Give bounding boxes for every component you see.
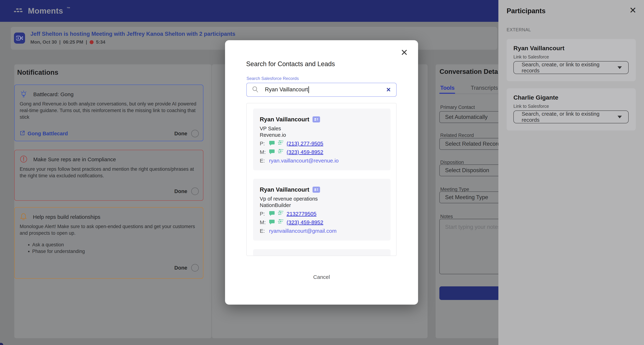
phone-link[interactable]: (213) 277-9505 xyxy=(286,140,323,147)
contact-name: Ryan Vaillancourt xyxy=(260,116,309,123)
meeting-title-link[interactable]: Jeff Shelton is hosting Meeting with Jef… xyxy=(30,31,235,37)
notification-title: Battlecard: Gong xyxy=(33,91,74,97)
contact-badge-icon xyxy=(312,187,320,193)
separator: | xyxy=(86,39,87,45)
contact-badge-icon xyxy=(312,116,320,122)
meeting-duration: 5:34 xyxy=(96,39,105,45)
participants-drawer: Participants ✕ EXTERNAL Ryan Vaillancour… xyxy=(498,0,644,345)
cancel-button[interactable]: Cancel xyxy=(225,274,418,280)
sms-icon[interactable] xyxy=(269,211,275,217)
link-record-dropdown[interactable]: Search, create, or link to existing reco… xyxy=(514,61,628,74)
done-label: Done xyxy=(174,131,188,137)
text-cursor xyxy=(308,86,309,93)
email-label: E: xyxy=(260,158,266,164)
bell-icon xyxy=(20,213,27,222)
logo-trademark: ™ xyxy=(67,6,70,10)
notifications-panel: Notifications Battlecard: Gong Gong and … xyxy=(14,64,212,338)
notification-body-text: Monologue Alert! Make sure to ask open-e… xyxy=(20,224,195,236)
contact-result-card[interactable]: Ryan Vaillancourt Vp of revenue operatio… xyxy=(253,179,390,241)
contact-role: Vp of revenue operations xyxy=(260,196,318,202)
done-label: Done xyxy=(174,188,188,194)
link-label: Gong Battlecard xyxy=(28,131,68,137)
dialpad-icon[interactable] xyxy=(278,149,284,155)
notification-body: Gong and Revenue.io both analyze convers… xyxy=(20,101,198,120)
related-record-label: Related Record xyxy=(440,133,474,138)
clear-icon: ✕ xyxy=(386,86,391,93)
mobile-link[interactable]: (323) 459-8952 xyxy=(286,149,323,155)
external-section-label: EXTERNAL xyxy=(506,27,531,32)
lightbulb-icon xyxy=(20,90,28,99)
phone-label: P: xyxy=(260,211,266,217)
notes-label: Notes xyxy=(440,214,453,219)
done-label: Done xyxy=(174,265,188,271)
dropdown-placeholder: Search, create, or link to existing reco… xyxy=(522,111,618,123)
dialpad-icon[interactable] xyxy=(278,211,284,217)
tab-transcripts[interactable]: Transcripts xyxy=(471,85,498,91)
bullet-item: Ask a question xyxy=(32,242,198,248)
participant-card: Ryan Vaillancourt Link to Salesforce Sea… xyxy=(506,39,636,81)
done-toggle[interactable] xyxy=(191,188,199,195)
contact-company: Revenue.io xyxy=(260,132,286,138)
mobile-label: M: xyxy=(260,219,266,225)
alert-icon xyxy=(20,155,28,164)
phone-link[interactable]: 2132779505 xyxy=(286,211,316,217)
notification-body: Monologue Alert! Make sure to ask open-e… xyxy=(20,223,198,255)
contact-role: VP Sales xyxy=(260,125,286,132)
participants-title: Participants xyxy=(506,7,546,15)
contact-result-card-partial[interactable] xyxy=(253,249,390,256)
sms-icon[interactable] xyxy=(269,149,275,155)
search-input[interactable]: Ryan Vaillancourt ✕ xyxy=(246,83,396,97)
contact-company: NationBuilder xyxy=(260,202,318,208)
notification-bullets: Ask a question Phase for understanding xyxy=(20,242,198,255)
mobile-link[interactable]: (323) 459-8952 xyxy=(286,219,323,225)
email-link[interactable]: ryan.vaillancourt@revenue.io xyxy=(269,158,339,164)
meeting-type-value: Set Meeting Type xyxy=(445,194,488,201)
link-to-salesforce-label: Link to Salesforce xyxy=(514,104,549,109)
done-toggle[interactable] xyxy=(191,264,199,272)
link-record-dropdown[interactable]: Search, create, or link to existing reco… xyxy=(514,110,628,123)
tab-tools[interactable]: Tools xyxy=(440,85,454,91)
notes-placeholder: Start typing your notes h xyxy=(445,224,505,230)
search-contacts-modal: ✕ Search for Contacts and Leads Search S… xyxy=(225,40,418,305)
email-link[interactable]: ryanvaillancourt@gmail.com xyxy=(269,228,336,234)
moments-logo[interactable]: Moments ™ xyxy=(14,0,70,22)
disposition-value: Select Disposition xyxy=(445,167,489,174)
contact-result-card[interactable]: Ryan Vaillancourt VP Sales Revenue.io P: xyxy=(253,108,390,170)
recording-dot-icon xyxy=(90,40,94,44)
gong-battlecard-link[interactable]: Gong Battlecard xyxy=(20,130,68,137)
moments-logo-icon xyxy=(14,7,24,15)
dropdown-placeholder: Search, create, or link to existing reco… xyxy=(522,61,618,74)
email-label: E: xyxy=(260,228,266,234)
search-value: Ryan Vaillancourt xyxy=(265,86,386,93)
search-results-list: Ryan Vaillancourt VP Sales Revenue.io P: xyxy=(246,103,396,256)
primary-contact-label: Primary Contact xyxy=(440,105,475,110)
video-camera-icon xyxy=(14,32,25,44)
notification-title: Make Sure reps are in Compliance xyxy=(33,156,116,162)
contact-role-company: Vp of revenue operations NationBuilder xyxy=(260,196,318,208)
sms-icon[interactable] xyxy=(269,219,275,225)
notification-title: Help reps build relationships xyxy=(33,214,100,220)
external-link-icon xyxy=(20,130,25,137)
modal-close-button[interactable]: ✕ xyxy=(400,48,408,57)
dialpad-icon[interactable] xyxy=(278,219,284,225)
search-icon xyxy=(252,86,259,94)
dialpad-icon[interactable] xyxy=(278,140,284,147)
contact-name: Ryan Vaillancourt xyxy=(260,186,309,193)
meeting-date: Mon, Oct 30 xyxy=(30,39,57,45)
done-toggle[interactable] xyxy=(191,130,199,137)
meeting-time: 06:25 PM xyxy=(63,39,83,45)
search-salesforce-records-label: Search Salesforce Records xyxy=(246,76,299,81)
sms-icon[interactable] xyxy=(269,140,275,147)
mobile-label: M: xyxy=(260,149,266,155)
notification-card-relationships: Help reps build relationships Monologue … xyxy=(14,207,204,279)
participant-name: Charlie Gigante xyxy=(514,94,558,101)
phone-label: P: xyxy=(260,140,266,147)
contact-role-company: VP Sales Revenue.io xyxy=(260,125,286,138)
conversation-details-title: Conversation Details xyxy=(440,68,505,75)
drawer-close-button[interactable]: ✕ xyxy=(629,6,636,15)
clear-search-button[interactable]: ✕ xyxy=(386,86,391,93)
chevron-down-icon xyxy=(618,66,622,69)
participant-card: Charlie Gigante Link to Salesforce Searc… xyxy=(506,88,636,130)
modal-title: Search for Contacts and Leads xyxy=(246,60,335,68)
logo-text: Moments xyxy=(28,6,63,15)
